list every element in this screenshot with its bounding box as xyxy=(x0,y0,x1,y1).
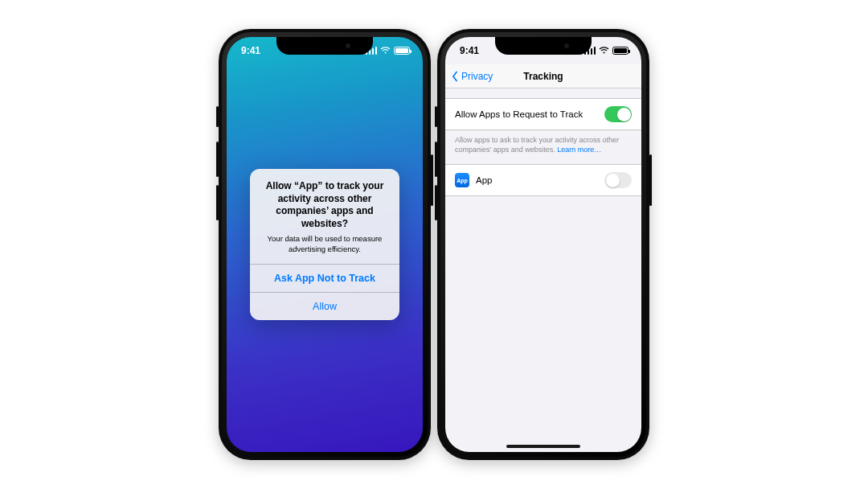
status-time: 9:41 xyxy=(241,45,260,56)
volume-up-button xyxy=(216,142,219,177)
device-pair: 9:41 Allow “App” to track your activity … xyxy=(0,0,868,489)
settings-content: Allow Apps to Request to Track Allow app… xyxy=(445,88,641,452)
phone-left: 9:41 Allow “App” to track your activity … xyxy=(219,29,431,460)
nav-bar: Privacy Tracking xyxy=(445,64,641,88)
mute-switch xyxy=(435,106,437,127)
app-tracking-toggle[interactable] xyxy=(604,172,632,188)
allow-button[interactable]: Allow xyxy=(250,292,399,320)
screen-right: 9:41 Privacy Tracking xyxy=(445,37,641,452)
master-toggle-group: Allow Apps to Request to Track Allow app… xyxy=(445,98,641,154)
battery-icon xyxy=(394,47,410,55)
mute-switch xyxy=(216,106,219,127)
volume-down-button xyxy=(435,185,437,220)
allow-apps-request-cell: Allow Apps to Request to Track xyxy=(445,98,641,130)
home-indicator[interactable] xyxy=(506,445,580,448)
side-button xyxy=(649,154,652,206)
notch xyxy=(495,37,592,55)
alert-body: Allow “App” to track your activity acros… xyxy=(250,169,399,264)
wifi-icon xyxy=(380,47,391,55)
status-time: 9:41 xyxy=(460,45,479,56)
learn-more-link[interactable]: Learn more… xyxy=(557,146,601,154)
status-right xyxy=(584,47,629,55)
apps-group: AppApp xyxy=(445,164,641,196)
allow-apps-request-label: Allow Apps to Request to Track xyxy=(455,109,583,119)
status-right xyxy=(366,47,411,55)
battery-icon xyxy=(612,47,628,55)
phone-right: 9:41 Privacy Tracking xyxy=(437,29,649,460)
alert-title: Allow “App” to track your activity acros… xyxy=(261,180,388,230)
chevron-left-icon xyxy=(450,71,460,82)
nav-title: Tracking xyxy=(523,71,563,82)
volume-down-button xyxy=(216,185,219,220)
volume-up-button xyxy=(435,142,437,177)
tracking-permission-alert: Allow “App” to track your activity acros… xyxy=(250,169,399,320)
allow-apps-request-toggle[interactable] xyxy=(604,106,632,122)
app-name: App xyxy=(476,175,492,185)
alert-message: Your data will be used to measure advert… xyxy=(261,234,388,254)
ask-not-to-track-button[interactable]: Ask App Not to Track xyxy=(250,264,399,292)
side-button xyxy=(431,154,433,206)
back-button[interactable]: Privacy xyxy=(450,64,493,88)
back-label: Privacy xyxy=(461,71,493,82)
wifi-icon xyxy=(599,47,609,55)
app-row: AppApp xyxy=(445,164,641,196)
screen-left: 9:41 Allow “App” to track your activity … xyxy=(227,37,423,452)
app-icon: App xyxy=(455,173,469,187)
notch xyxy=(276,37,373,55)
section-footer: Allow apps to ask to track your activity… xyxy=(445,130,641,154)
